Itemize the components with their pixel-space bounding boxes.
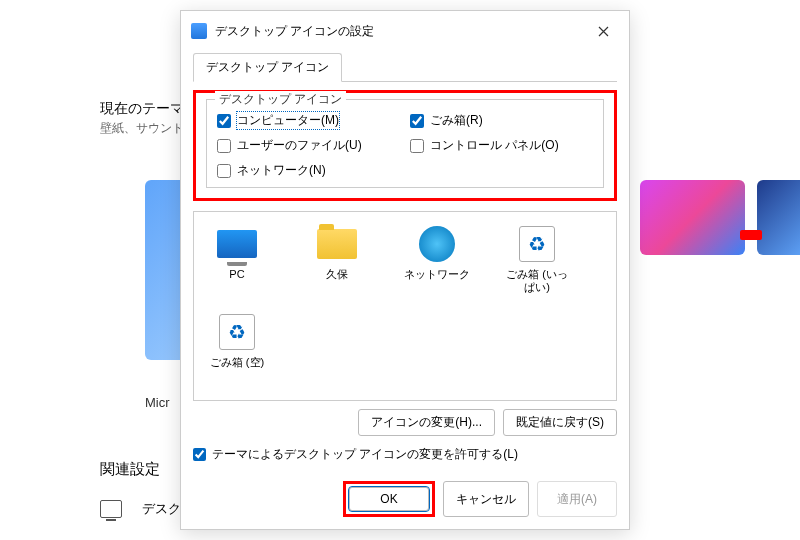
reset-defaults-button[interactable]: 既定値に戻す(S) (503, 409, 617, 436)
group-title: デスクトップ アイコン (215, 91, 346, 108)
checkbox-computer-label: コンピューター(M) (237, 112, 339, 129)
network-icon (419, 226, 455, 262)
checkbox-recycle-bin-label: ごみ箱(R) (430, 112, 483, 129)
theme-thumbnail-partial-left (145, 180, 180, 360)
icon-item-recycle-full[interactable]: ♻ ごみ箱 (いっぱい) (502, 224, 572, 294)
current-theme-label: 現在のテーマ (100, 100, 184, 118)
dialog-titlebar: デスクトップ アイコンの設定 (181, 11, 629, 51)
change-icon-button[interactable]: アイコンの変更(H)... (358, 409, 495, 436)
monitor-icon (100, 500, 122, 518)
icon-label: ごみ箱 (いっぱい) (502, 268, 572, 294)
apply-button[interactable]: 適用(A) (537, 481, 617, 517)
theme-thumbnail[interactable] (640, 180, 745, 255)
checkbox-user-files[interactable] (217, 139, 231, 153)
pc-icon (217, 230, 257, 258)
related-settings-heading: 関連設定 (100, 460, 160, 479)
checkbox-group-highlight: デスクトップ アイコン コンピューター(M) ごみ箱(R) ユーザーのファイル(… (193, 90, 617, 201)
checkbox-recycle-bin[interactable] (410, 114, 424, 128)
checkbox-control-panel-label: コントロール パネル(O) (430, 137, 559, 154)
ok-button[interactable]: OK (349, 487, 429, 511)
cancel-button[interactable]: キャンセル (443, 481, 529, 517)
checkbox-computer[interactable] (217, 114, 231, 128)
ok-button-highlight: OK (343, 481, 435, 517)
theme-thumbnail[interactable] (757, 180, 800, 255)
folder-icon (317, 229, 357, 259)
recycle-full-icon: ♻ (519, 226, 555, 262)
recycle-empty-icon: ♻ (219, 314, 255, 350)
checkbox-user-files-label: ユーザーのファイル(U) (237, 137, 362, 154)
icon-item-network[interactable]: ネットワーク (402, 224, 472, 294)
desktop-icons-group: デスクトップ アイコン コンピューター(M) ごみ箱(R) ユーザーのファイル(… (206, 99, 604, 188)
checkbox-network[interactable] (217, 164, 231, 178)
tab-strip: デスクトップ アイコン (193, 53, 617, 82)
dialog-app-icon (191, 23, 207, 39)
icon-label: ごみ箱 (空) (210, 356, 264, 369)
icon-label: ネットワーク (404, 268, 470, 281)
icon-label: PC (229, 268, 244, 281)
close-button[interactable] (587, 19, 619, 43)
tab-desktop-icons[interactable]: デスクトップ アイコン (193, 53, 342, 82)
recording-indicator-icon (740, 230, 762, 240)
icon-preview-panel: PC 久保 ネットワーク ♻ ごみ箱 (いっぱい) ♻ ごみ箱 (空) (193, 211, 617, 401)
icon-item-user-folder[interactable]: 久保 (302, 224, 372, 294)
checkbox-control-panel[interactable] (410, 139, 424, 153)
icon-item-pc[interactable]: PC (202, 224, 272, 294)
icon-label: 久保 (326, 268, 348, 281)
icon-item-recycle-empty[interactable]: ♻ ごみ箱 (空) (202, 312, 272, 369)
checkbox-allow-theme-change[interactable] (193, 448, 206, 461)
dialog-title: デスクトップ アイコンの設定 (215, 23, 587, 40)
close-icon (598, 26, 609, 37)
checkbox-network-label: ネットワーク(N) (237, 162, 326, 179)
desktop-icon-settings-dialog: デスクトップ アイコンの設定 デスクトップ アイコン デスクトップ アイコン コ… (180, 10, 630, 530)
current-theme-sub: 壁紙、サウンド (100, 120, 184, 137)
allow-theme-label: テーマによるデスクトップ アイコンの変更を許可する(L) (212, 446, 518, 463)
dialog-footer: OK キャンセル 適用(A) (181, 471, 629, 527)
microsoft-label-partial: Micr (145, 395, 170, 410)
